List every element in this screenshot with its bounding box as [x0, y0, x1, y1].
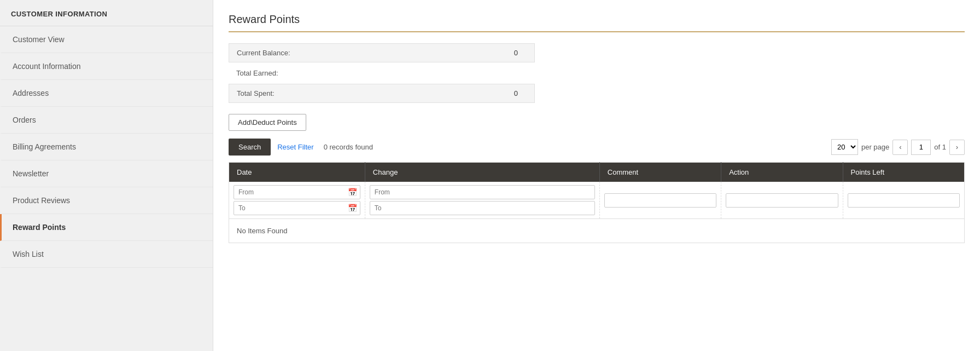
total-spent-value: 0: [505, 89, 527, 97]
comment-filter-cell: [599, 182, 721, 219]
no-items-cell: No Items Found: [229, 219, 965, 243]
filter-row: 📅 📅: [229, 182, 965, 219]
sidebar-item-product-reviews[interactable]: Product Reviews: [0, 187, 213, 214]
per-page-select[interactable]: 20: [831, 139, 858, 155]
prev-page-button[interactable]: ‹: [892, 140, 908, 155]
sidebar: CUSTOMER INFORMATION Customer View Accou…: [0, 0, 213, 351]
points-left-filter-input[interactable]: [848, 193, 960, 208]
current-balance-row: Current Balance: 0: [229, 43, 535, 62]
table-header-row: Date Change Comment Action Points Left: [229, 163, 965, 182]
sidebar-item-wish-list[interactable]: Wish List: [0, 241, 213, 268]
total-pages: 1: [942, 143, 946, 151]
sidebar-item-reward-points[interactable]: Reward Points: [0, 214, 213, 241]
current-balance-value: 0: [505, 49, 527, 57]
col-comment: Comment: [599, 163, 721, 182]
change-filter-cell: [365, 182, 599, 219]
col-action: Action: [721, 163, 843, 182]
date-to-input[interactable]: [234, 201, 360, 215]
toolbar: Add\Deduct Points: [229, 114, 965, 131]
change-to-input[interactable]: [370, 201, 595, 215]
total-earned-row: Total Earned:: [229, 64, 535, 82]
search-toolbar: Search Reset Filter 0 records found 20 p…: [229, 139, 965, 156]
balance-section: Current Balance: 0 Total Earned: Total S…: [229, 43, 535, 103]
current-balance-label: Current Balance:: [237, 49, 505, 57]
sidebar-item-account-information[interactable]: Account Information: [0, 53, 213, 80]
sidebar-item-addresses[interactable]: Addresses: [0, 80, 213, 107]
action-filter-cell: [721, 182, 843, 219]
records-found: 0 records found: [324, 143, 373, 151]
main-content: Reward Points Current Balance: 0 Total E…: [213, 0, 980, 351]
date-to-wrap: 📅: [234, 201, 360, 215]
page-of-label: of 1: [934, 143, 946, 151]
sidebar-item-customer-view[interactable]: Customer View: [0, 26, 213, 53]
col-change: Change: [365, 163, 599, 182]
next-page-button[interactable]: ›: [949, 140, 965, 155]
pagination: 20 per page ‹ of 1 ›: [831, 139, 965, 155]
date-filter-cell: 📅 📅: [229, 182, 365, 219]
current-page-input[interactable]: [911, 140, 931, 155]
reset-filter-button[interactable]: Reset Filter: [275, 139, 316, 156]
search-button[interactable]: Search: [229, 139, 271, 156]
sidebar-item-orders[interactable]: Orders: [0, 107, 213, 134]
sidebar-item-billing-agreements[interactable]: Billing Agreements: [0, 134, 213, 160]
add-deduct-button[interactable]: Add\Deduct Points: [229, 114, 306, 131]
sidebar-item-newsletter[interactable]: Newsletter: [0, 160, 213, 187]
comment-filter-input[interactable]: [604, 193, 716, 208]
action-filter-input[interactable]: [726, 193, 838, 208]
sidebar-header: CUSTOMER INFORMATION: [0, 0, 213, 26]
col-points-left: Points Left: [843, 163, 964, 182]
total-spent-row: Total Spent: 0: [229, 84, 535, 103]
reward-points-table: Date Change Comment Action Points Left 📅…: [229, 162, 965, 243]
page-title: Reward Points: [229, 13, 965, 32]
total-earned-label: Total Earned:: [236, 69, 527, 77]
date-from-input[interactable]: [234, 185, 360, 199]
col-date: Date: [229, 163, 365, 182]
change-from-input[interactable]: [370, 185, 595, 199]
points-left-filter-cell: [843, 182, 964, 219]
total-spent-label: Total Spent:: [237, 89, 505, 97]
per-page-label: per page: [861, 143, 889, 151]
date-from-wrap: 📅: [234, 185, 360, 199]
no-items-row: No Items Found: [229, 219, 965, 243]
